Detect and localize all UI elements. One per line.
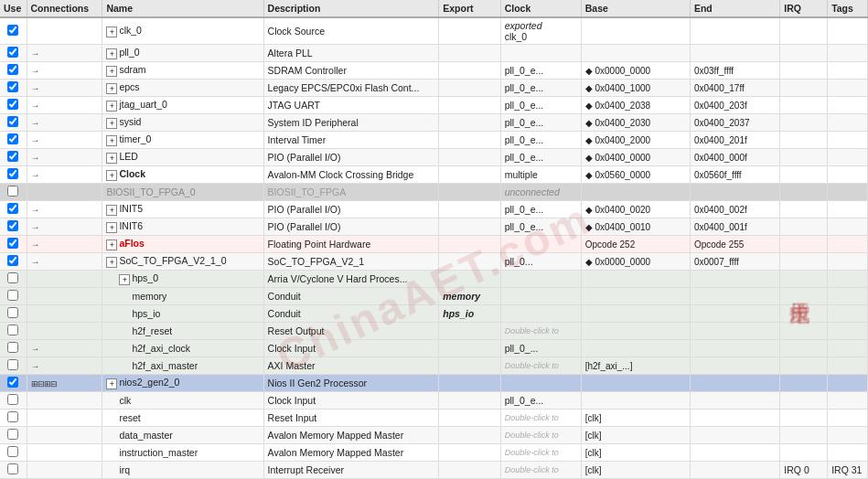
use-checkbox[interactable] bbox=[7, 220, 18, 231]
name-cell[interactable]: +INIT6 bbox=[102, 218, 263, 236]
table-row[interactable]: →h2f_axi_masterAXI MasterDouble-click to… bbox=[0, 357, 868, 375]
use-checkbox-cell[interactable] bbox=[0, 45, 27, 62]
expand-icon[interactable]: + bbox=[106, 48, 117, 59]
name-cell[interactable]: +sdram bbox=[102, 62, 263, 80]
name-cell[interactable]: BIOSII_TO_FPGA_0 bbox=[102, 184, 263, 201]
use-checkbox-cell[interactable] bbox=[0, 444, 27, 462]
table-row[interactable]: BIOSII_TO_FPGA_0BIOSII_TO_FPGAunconnecte… bbox=[0, 184, 868, 201]
table-row[interactable]: →+timer_0Interval Timerpll_0_e...◆ 0x040… bbox=[0, 132, 868, 149]
use-checkbox[interactable] bbox=[7, 446, 18, 457]
name-cell[interactable]: instruction_master bbox=[102, 444, 263, 462]
use-checkbox-cell[interactable] bbox=[0, 462, 27, 479]
use-checkbox[interactable] bbox=[7, 203, 18, 214]
expand-icon[interactable]: + bbox=[106, 378, 117, 389]
name-cell[interactable]: +aFlos bbox=[102, 236, 263, 253]
use-checkbox[interactable] bbox=[7, 186, 18, 197]
name-cell[interactable]: +SoC_TO_FPGA_V2_1_0 bbox=[102, 253, 263, 271]
use-checkbox-cell[interactable] bbox=[0, 271, 27, 288]
table-row[interactable]: →+SoC_TO_FPGA_V2_1_0SoC_TO_FPGA_V2_1pll_… bbox=[0, 253, 868, 271]
use-checkbox-cell[interactable] bbox=[0, 184, 27, 201]
use-checkbox[interactable] bbox=[7, 272, 18, 283]
use-checkbox-cell[interactable] bbox=[0, 166, 27, 184]
use-checkbox-cell[interactable] bbox=[0, 218, 27, 236]
expand-icon[interactable]: + bbox=[106, 240, 117, 250]
use-checkbox-cell[interactable] bbox=[0, 97, 27, 114]
name-cell[interactable]: hps_io bbox=[102, 305, 263, 323]
name-cell[interactable]: reset bbox=[102, 410, 263, 427]
use-checkbox-cell[interactable] bbox=[0, 80, 27, 97]
table-row[interactable]: →+INIT6PIO (Parallel I/O)pll_0_e...◆ 0x0… bbox=[0, 218, 868, 236]
name-cell[interactable]: +epcs bbox=[102, 80, 263, 97]
name-cell[interactable]: +clk_0 bbox=[102, 17, 263, 45]
expand-icon[interactable]: + bbox=[119, 274, 130, 285]
use-checkbox[interactable] bbox=[7, 151, 18, 162]
expand-icon[interactable]: + bbox=[106, 222, 117, 233]
name-cell[interactable]: h2f_reset bbox=[102, 323, 263, 340]
table-row[interactable]: h2f_resetReset OutputDouble-click to bbox=[0, 323, 868, 340]
name-cell[interactable]: +INIT5 bbox=[102, 201, 263, 218]
use-checkbox[interactable] bbox=[7, 411, 18, 422]
name-cell[interactable]: +nios2_gen2_0 bbox=[102, 375, 263, 392]
table-row[interactable]: →+ClockAvalon-MM Clock Crossing Bridgemu… bbox=[0, 166, 868, 184]
use-checkbox-cell[interactable] bbox=[0, 201, 27, 218]
name-cell[interactable]: memory bbox=[102, 288, 263, 305]
name-cell[interactable]: +sysid bbox=[102, 114, 263, 132]
table-row[interactable]: →+pll_0Altera PLL bbox=[0, 45, 868, 62]
use-checkbox[interactable] bbox=[7, 307, 18, 318]
table-row[interactable]: →+INIT5PIO (Parallel I/O)pll_0_e...◆ 0x0… bbox=[0, 201, 868, 218]
table-row[interactable]: →+aFlosFloating Point HardwareOpcode 252… bbox=[0, 236, 868, 253]
name-cell[interactable]: +Clock bbox=[102, 166, 263, 184]
use-checkbox[interactable] bbox=[7, 81, 18, 92]
table-row[interactable]: instruction_masterAvalon Memory Mapped M… bbox=[0, 444, 868, 462]
use-checkbox[interactable] bbox=[7, 377, 18, 388]
table-row[interactable]: →+sdramSDRAM Controllerpll_0_e...◆ 0x000… bbox=[0, 62, 868, 80]
table-row[interactable]: →+sysidSystem ID Peripheralpll_0_e...◆ 0… bbox=[0, 114, 868, 132]
table-row[interactable]: hps_ioConduithps_io bbox=[0, 305, 868, 323]
name-cell[interactable]: +hps_0 bbox=[102, 271, 263, 288]
use-checkbox-cell[interactable] bbox=[0, 288, 27, 305]
name-cell[interactable]: +pll_0 bbox=[102, 45, 263, 62]
expand-icon[interactable]: + bbox=[106, 205, 117, 216]
name-cell[interactable]: h2f_axi_clock bbox=[102, 340, 263, 357]
table-row[interactable]: irqInterrupt ReceiverDouble-click to[clk… bbox=[0, 462, 868, 479]
expand-icon[interactable]: + bbox=[106, 153, 117, 164]
use-checkbox[interactable] bbox=[7, 290, 18, 301]
name-cell[interactable]: +timer_0 bbox=[102, 132, 263, 149]
use-checkbox-cell[interactable] bbox=[0, 132, 27, 149]
use-checkbox[interactable] bbox=[7, 47, 18, 58]
use-checkbox-cell[interactable] bbox=[0, 410, 27, 427]
use-checkbox[interactable] bbox=[7, 255, 18, 266]
name-cell[interactable]: irq bbox=[102, 462, 263, 479]
use-checkbox-cell[interactable] bbox=[0, 340, 27, 357]
use-checkbox-cell[interactable] bbox=[0, 427, 27, 444]
use-checkbox[interactable] bbox=[7, 342, 18, 353]
table-row[interactable]: +clk_0Clock Sourceexportedclk_0 bbox=[0, 17, 868, 45]
table-row[interactable]: →+LEDPIO (Parallel I/O)pll_0_e...◆ 0x040… bbox=[0, 149, 868, 166]
table-row[interactable]: →+epcsLegacy EPCS/EPC0xi Flash Cont...pl… bbox=[0, 80, 868, 97]
use-checkbox-cell[interactable] bbox=[0, 305, 27, 323]
use-checkbox[interactable] bbox=[7, 99, 18, 110]
name-cell[interactable]: data_master bbox=[102, 427, 263, 444]
expand-icon[interactable]: + bbox=[106, 170, 117, 181]
table-row[interactable]: clkClock Inputpll_0_e... bbox=[0, 392, 868, 410]
use-checkbox-cell[interactable] bbox=[0, 236, 27, 253]
use-checkbox-cell[interactable] bbox=[0, 253, 27, 271]
use-checkbox-cell[interactable] bbox=[0, 323, 27, 340]
use-checkbox[interactable] bbox=[7, 394, 18, 405]
use-checkbox[interactable] bbox=[7, 168, 18, 179]
use-checkbox[interactable] bbox=[7, 429, 18, 440]
use-checkbox-cell[interactable] bbox=[0, 62, 27, 80]
table-row[interactable]: +hps_0Arria V/Cyclone V Hard Proces... bbox=[0, 271, 868, 288]
expand-icon[interactable]: + bbox=[106, 118, 117, 129]
use-checkbox[interactable] bbox=[7, 64, 18, 75]
expand-icon[interactable]: + bbox=[106, 135, 117, 146]
use-checkbox[interactable] bbox=[7, 359, 18, 370]
use-checkbox-cell[interactable] bbox=[0, 375, 27, 392]
use-checkbox-cell[interactable] bbox=[0, 149, 27, 166]
table-row[interactable]: resetReset InputDouble-click to[clk] bbox=[0, 410, 868, 427]
expand-icon[interactable]: + bbox=[106, 101, 117, 112]
expand-icon[interactable]: + bbox=[106, 66, 117, 77]
name-cell[interactable]: +jtag_uart_0 bbox=[102, 97, 263, 114]
table-row[interactable]: ⊞⊟⊞⊟+nios2_gen2_0Nios II Gen2 Processor bbox=[0, 375, 868, 392]
table-row[interactable]: data_masterAvalon Memory Mapped MasterDo… bbox=[0, 427, 868, 444]
